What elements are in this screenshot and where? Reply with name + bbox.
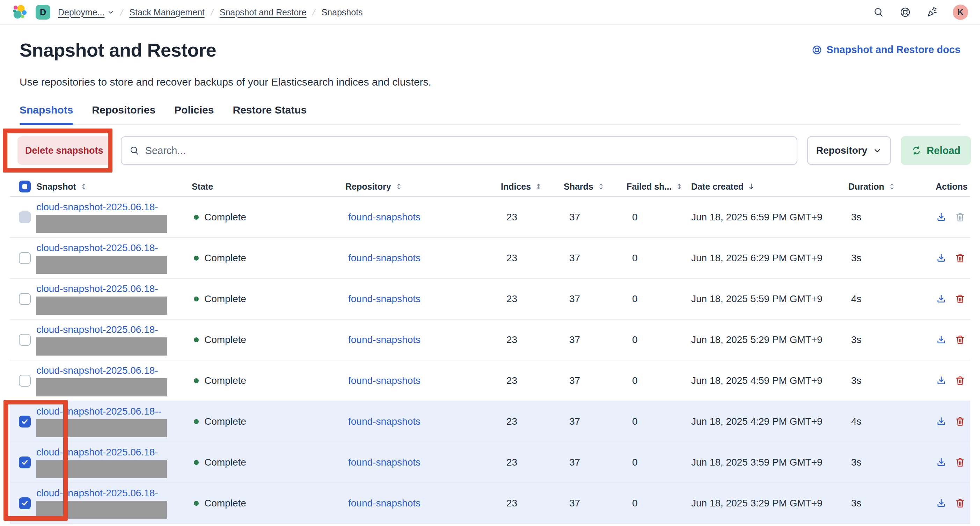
breadcrumb-snapshot-and-restore[interactable]: Snapshot and Restore: [220, 7, 307, 17]
trash-icon: [955, 212, 966, 223]
repository-link[interactable]: found-snapshots: [348, 375, 420, 386]
indices-count: 23: [501, 416, 564, 427]
download-icon[interactable]: [935, 253, 947, 264]
column-header-indices[interactable]: Indices: [501, 182, 564, 192]
tab-snapshots[interactable]: Snapshots: [19, 104, 73, 124]
table-row: cloud-snapshot-2025.06.18- Complete foun…: [10, 197, 970, 238]
column-header-duration[interactable]: Duration: [848, 182, 935, 192]
table-row: cloud-snapshot-2025.06.18- Complete foun…: [10, 442, 970, 483]
elastic-logo-icon[interactable]: [12, 4, 28, 20]
trash-icon[interactable]: [955, 375, 966, 386]
state-label: Complete: [204, 498, 246, 509]
indices-count: 23: [501, 253, 564, 264]
table-row: cloud-snapshot-2025.06.18- Complete foun…: [10, 361, 970, 401]
page-title: Snapshot and Restore: [19, 39, 216, 61]
indices-count: 23: [501, 375, 564, 386]
indices-count: 23: [501, 293, 564, 305]
repository-link[interactable]: found-snapshots: [348, 212, 420, 222]
delete-snapshots-button[interactable]: Delete snapshots: [18, 136, 111, 165]
docs-link[interactable]: Snapshot and Restore docs: [812, 44, 961, 56]
repository-link[interactable]: found-snapshots: [348, 293, 420, 304]
row-checkbox[interactable]: [19, 456, 31, 468]
trash-icon[interactable]: [955, 416, 966, 427]
reload-button[interactable]: Reload: [901, 136, 971, 165]
sort-descending-icon: [747, 182, 756, 191]
state-label: Complete: [204, 212, 246, 223]
row-checkbox[interactable]: [19, 416, 31, 427]
state-complete-dot: [194, 215, 199, 220]
date-created: Jun 18, 2025 6:59 PM GMT+9: [691, 212, 848, 223]
repository-link[interactable]: found-snapshots: [348, 457, 420, 468]
repository-link[interactable]: found-snapshots: [348, 498, 420, 509]
snapshot-link[interactable]: cloud-snapshot-2025.06.18-: [36, 283, 192, 294]
download-icon[interactable]: [935, 334, 947, 345]
tab-policies[interactable]: Policies: [174, 104, 214, 124]
select-all-checkbox[interactable]: [19, 181, 31, 192]
column-header-date-created[interactable]: Date created: [691, 182, 848, 192]
row-checkbox[interactable]: [19, 293, 31, 305]
column-header-failed-sh[interactable]: Failed sh...: [627, 182, 691, 192]
repository-link[interactable]: found-snapshots: [348, 416, 420, 427]
download-icon[interactable]: [935, 212, 947, 223]
download-icon[interactable]: [935, 375, 947, 386]
column-header-shards[interactable]: Shards: [564, 182, 627, 192]
date-created: Jun 18, 2025 4:29 PM GMT+9: [691, 416, 848, 427]
duration: 3s: [848, 457, 935, 468]
column-header-snapshot[interactable]: Snapshot: [36, 182, 192, 192]
snapshot-link[interactable]: cloud-snapshot-2025.06.18-: [36, 488, 192, 499]
snapshot-link[interactable]: cloud-snapshot-2025.06.18--: [36, 406, 192, 417]
news-party-popper-icon[interactable]: [926, 6, 937, 18]
deployment-badge[interactable]: D: [36, 5, 50, 19]
user-avatar[interactable]: K: [953, 5, 968, 20]
snapshot-link[interactable]: cloud-snapshot-2025.06.18-: [36, 447, 192, 458]
failed-shards-count: 0: [627, 375, 691, 386]
failed-shards-count: 0: [627, 253, 691, 264]
snapshot-link[interactable]: cloud-snapshot-2025.06.18-: [36, 365, 192, 376]
duration: 3s: [848, 498, 935, 509]
repository-filter-button[interactable]: Repository: [807, 136, 891, 165]
column-header-repository[interactable]: Repository: [345, 182, 501, 192]
row-checkbox[interactable]: [19, 497, 31, 509]
failed-shards-count: 0: [627, 334, 691, 345]
state-label: Complete: [204, 457, 246, 468]
row-checkbox[interactable]: [19, 252, 31, 264]
repository-link[interactable]: found-snapshots: [348, 334, 420, 345]
state-label: Complete: [204, 293, 246, 305]
breadcrumb-stack-management[interactable]: Stack Management: [129, 7, 204, 17]
repository-link[interactable]: found-snapshots: [348, 253, 420, 263]
download-icon[interactable]: [935, 457, 947, 468]
download-icon[interactable]: [935, 498, 947, 509]
tab-repositories[interactable]: Repositories: [92, 104, 156, 124]
snapshot-link[interactable]: cloud-snapshot-2025.06.18-: [36, 202, 192, 213]
trash-icon[interactable]: [955, 498, 966, 509]
sortable-icon: [80, 182, 88, 191]
shards-count: 37: [564, 457, 627, 468]
trash-icon[interactable]: [955, 457, 966, 468]
download-icon[interactable]: [935, 416, 947, 427]
trash-icon[interactable]: [955, 293, 966, 305]
search-field[interactable]: [121, 136, 797, 165]
snapshot-link[interactable]: cloud-snapshot-2025.06.18-: [36, 242, 192, 254]
tab-restore-status[interactable]: Restore Status: [232, 104, 307, 124]
search-input[interactable]: [145, 145, 789, 156]
row-checkbox[interactable]: [19, 375, 31, 387]
date-created: Jun 18, 2025 3:29 PM GMT+9: [691, 498, 848, 509]
redacted-snapshot-suffix: [36, 501, 167, 519]
trash-icon[interactable]: [955, 253, 966, 264]
sortable-icon: [675, 182, 684, 191]
search-icon[interactable]: [873, 6, 884, 18]
snapshot-link[interactable]: cloud-snapshot-2025.06.18-: [36, 324, 192, 335]
shards-count: 37: [564, 334, 627, 345]
help-life-buoy-icon[interactable]: [900, 6, 911, 18]
trash-icon[interactable]: [955, 334, 966, 345]
failed-shards-count: 0: [627, 212, 691, 223]
state-complete-dot: [194, 378, 199, 383]
sortable-icon: [395, 182, 403, 191]
indices-count: 23: [501, 498, 564, 509]
duration: 3s: [848, 253, 935, 264]
duration: 3s: [848, 375, 935, 386]
download-icon[interactable]: [935, 293, 947, 305]
row-checkbox[interactable]: [19, 334, 31, 346]
failed-shards-count: 0: [627, 498, 691, 509]
breadcrumb-deployme[interactable]: Deployme...: [58, 7, 114, 17]
